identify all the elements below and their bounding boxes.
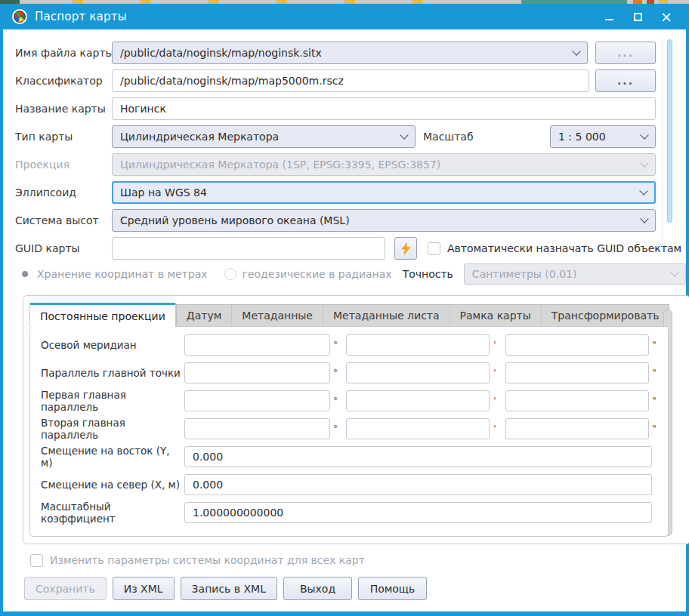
- height-system-row: Система высот Средний уровень мирового о…: [15, 209, 656, 232]
- projection-combobox: Цилиндрическая Меркатора (1SP, EPSG:3395…: [112, 153, 656, 176]
- screen: Паспорт карты × Имя файла карты /public/…: [0, 0, 689, 616]
- first-parallel-min-input[interactable]: [346, 390, 490, 411]
- north-offset-input[interactable]: [184, 474, 652, 495]
- second-parallel-row: Вторая главная параллель ° ' ": [41, 418, 668, 439]
- map-name-input[interactable]: [112, 97, 656, 120]
- auto-guid-label: Автоматически назначать GUID объектам: [447, 242, 681, 254]
- apply-all-label: Изменить параметры системы координат для…: [50, 554, 365, 566]
- axial-meridian-label: Осевой меридиан: [41, 339, 184, 351]
- apply-all-checkbox: [30, 554, 43, 567]
- meters-radio-label: Хранение координат в метрах: [37, 268, 208, 280]
- generate-guid-button[interactable]: [394, 237, 417, 260]
- axial-meridian-sec-input[interactable]: [505, 334, 649, 356]
- window-title: Паспорт карты: [35, 10, 127, 23]
- axial-meridian-min-input[interactable]: [346, 334, 490, 356]
- projection-value: Цилиндрическая Меркатора (1SP, EPSG:3395…: [120, 159, 440, 171]
- axial-meridian-row: Осевой меридиан ° ' ": [41, 334, 668, 356]
- height-system-value: Средний уровень мирового океана (MSL): [120, 214, 350, 226]
- second-parallel-label: Вторая главная параллель: [41, 417, 184, 441]
- form-separator: [662, 38, 663, 251]
- second-symbol: ": [649, 424, 660, 434]
- chevron-down-icon: [635, 191, 653, 194]
- projection-row: Проекция Цилиндрическая Меркатора (1SP, …: [15, 153, 656, 176]
- guid-input[interactable]: [112, 237, 385, 260]
- close-icon[interactable]: ×: [660, 11, 672, 23]
- east-offset-input[interactable]: [184, 446, 652, 467]
- form-area: Имя файла карты /public/data/noginsk/map…: [3, 29, 686, 600]
- inactive-tabs: Датум Метаданные Метаданные листа Рамка …: [176, 304, 670, 326]
- main-point-parallel-sec-input[interactable]: [505, 362, 649, 383]
- from-xml-button[interactable]: Из XML: [113, 577, 175, 600]
- file-name-row: Имя файла карты /public/data/noginsk/map…: [15, 42, 656, 64]
- projection-label: Проекция: [15, 159, 112, 171]
- footer-buttons: Сохранить Из XML Запись в XML Выход Помо…: [24, 577, 686, 600]
- precision-combobox: Сантиметры (0.01): [464, 263, 686, 285]
- precision-label: Точность: [403, 268, 453, 280]
- chevron-down-icon: [567, 51, 585, 54]
- second-parallel-deg-input[interactable]: [184, 418, 330, 439]
- lightning-icon: [402, 243, 410, 254]
- chevron-down-icon: [635, 163, 653, 166]
- second-symbol: ": [649, 368, 660, 378]
- east-offset-label: Смещение на восток (Y, м): [41, 445, 184, 469]
- degree-symbol: °: [330, 368, 341, 378]
- scale-factor-row: Масштабный коэффициент: [41, 502, 668, 523]
- tab-transform[interactable]: Трансформировать: [542, 305, 669, 326]
- chevron-down-icon: [635, 135, 653, 138]
- exit-button[interactable]: Выход: [283, 577, 352, 600]
- ellipsoid-value: Шар на WGS 84: [120, 186, 207, 199]
- precision-value: Сантиметры (0.01): [472, 268, 577, 280]
- minute-symbol: ': [490, 424, 500, 434]
- file-browse-button[interactable]: ...: [595, 42, 656, 64]
- axial-meridian-deg-input[interactable]: [184, 334, 330, 356]
- scale-factor-input[interactable]: [184, 502, 652, 523]
- second-parallel-sec-input[interactable]: [505, 418, 649, 439]
- map-type-row: Тип карты Цилиндрическая Меркатора Масшт…: [15, 125, 656, 148]
- tab-metadata[interactable]: Метаданные: [232, 305, 323, 326]
- globe-icon: [12, 9, 27, 24]
- height-system-combobox[interactable]: Средний уровень мирового океана (MSL): [112, 209, 656, 232]
- minimize-icon[interactable]: [603, 11, 615, 23]
- scale-combobox[interactable]: 1 : 5 000: [550, 125, 656, 148]
- tab-sheet-metadata[interactable]: Метаданные листа: [323, 305, 450, 326]
- main-point-parallel-min-input[interactable]: [346, 362, 490, 383]
- classifier-input[interactable]: [112, 69, 589, 92]
- map-type-value: Цилиндрическая Меркатора: [120, 131, 279, 143]
- coordinate-storage-row: Хранение координат в метрах геодезически…: [19, 265, 686, 283]
- chevron-down-icon: [635, 219, 653, 222]
- first-parallel-deg-input[interactable]: [184, 390, 330, 411]
- map-type-combobox[interactable]: Цилиндрическая Меркатора: [112, 125, 416, 148]
- first-parallel-sec-input[interactable]: [505, 390, 649, 411]
- tab-datum[interactable]: Датум: [177, 305, 233, 326]
- ellipsoid-row: Эллипсоид Шар на WGS 84: [15, 181, 656, 204]
- east-offset-row: Смещение на восток (Y, м): [41, 446, 668, 467]
- scale-value: 1 : 5 000: [558, 131, 606, 143]
- form-scrollbar[interactable]: [667, 39, 672, 223]
- file-name-combobox[interactable]: /public/data/noginsk/map/noginsk.sitx: [112, 42, 588, 64]
- second-parallel-min-input[interactable]: [346, 418, 490, 439]
- main-point-parallel-deg-input[interactable]: [184, 362, 330, 383]
- classifier-row: Классификатор ...: [15, 69, 656, 92]
- tab-map-frame[interactable]: Рамка карты: [450, 305, 542, 326]
- guid-label: GUID карты: [15, 242, 112, 254]
- auto-guid-checkbox[interactable]: [428, 242, 440, 255]
- maximize-icon[interactable]: [632, 11, 644, 23]
- minute-symbol: ': [490, 368, 500, 378]
- tab-constant-projections[interactable]: Постоянные проекции: [29, 303, 176, 327]
- ellipsoid-label: Эллипсоид: [15, 186, 112, 199]
- titlebar[interactable]: Паспорт карты ×: [3, 4, 686, 29]
- degree-symbol: °: [330, 340, 341, 350]
- degree-symbol: °: [330, 396, 341, 406]
- radians-radio-label: геодезические в радианах: [243, 268, 392, 280]
- save-button: Сохранить: [24, 577, 107, 600]
- apply-all-row: Изменить параметры системы координат для…: [30, 553, 686, 567]
- map-passport-dialog: Паспорт карты × Имя файла карты /public/…: [0, 4, 689, 616]
- north-offset-row: Смещение на север (X, м): [41, 474, 668, 495]
- ellipsoid-combobox[interactable]: Шар на WGS 84: [112, 181, 656, 204]
- write-to-xml-button[interactable]: Запись в XML: [181, 577, 277, 600]
- classifier-browse-button[interactable]: ...: [595, 69, 656, 92]
- guid-row: GUID карты Автоматически назначать GUID …: [15, 237, 686, 260]
- height-system-label: Система высот: [15, 214, 112, 226]
- help-button[interactable]: Помощь: [358, 577, 427, 600]
- meters-radio: [19, 268, 31, 280]
